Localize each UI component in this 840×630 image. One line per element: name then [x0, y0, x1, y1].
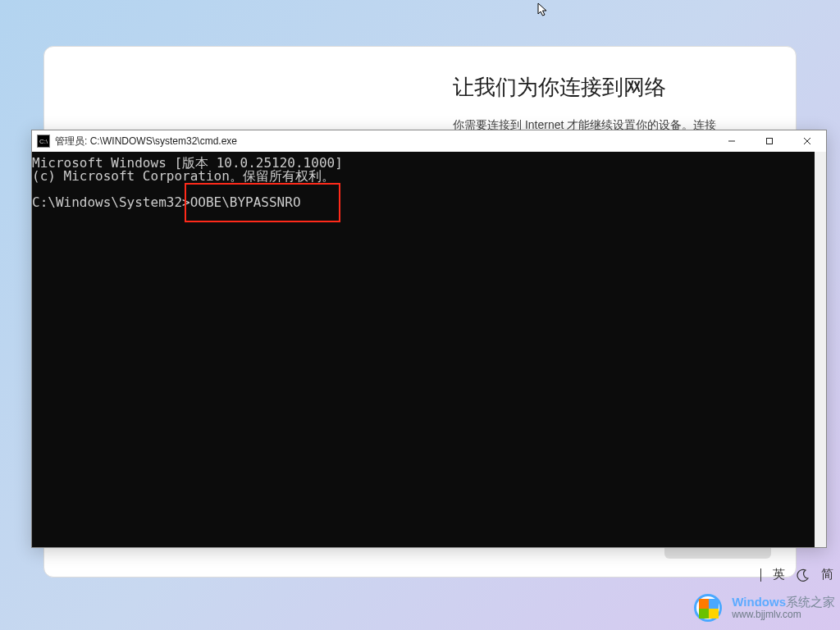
cmd-output-line: (c) Microsoft Corporation。保留所有权利。 — [32, 170, 343, 183]
watermark: Windows系统之家 www.bjjmlv.com — [691, 591, 835, 625]
ime-mode[interactable]: 简 — [821, 567, 833, 582]
ime-language[interactable]: 英 — [773, 567, 785, 582]
moon-icon[interactable] — [797, 568, 810, 582]
close-button[interactable] — [788, 130, 826, 152]
cmd-command-input[interactable]: OOBE\BYPASSNRO — [190, 194, 301, 210]
cmd-titlebar[interactable]: C:\ 管理员: C:\WINDOWS\system32\cmd.exe — [32, 130, 826, 152]
cmd-window-title: 管理员: C:\WINDOWS\system32\cmd.exe — [55, 135, 713, 148]
watermark-text: Windows系统之家 www.bjjmlv.com — [732, 596, 835, 620]
cmd-prompt-line: C:\Windows\System32>OOBE\BYPASSNRO — [32, 196, 343, 209]
watermark-url: www.bjjmlv.com — [732, 609, 835, 620]
cursor-icon — [537, 2, 549, 17]
watermark-brand-cn: 系统之家 — [786, 595, 835, 609]
window-controls — [713, 130, 826, 152]
svg-rect-1 — [767, 139, 773, 144]
oobe-text-column: 让我们为你连接到网络 你需要连接到 Internet 才能继续设置你的设备。连接 — [453, 74, 765, 134]
ime-indicator[interactable]: 英 简 — [760, 567, 833, 582]
cmd-window: C:\ 管理员: C:\WINDOWS\system32\cmd.exe Mic… — [31, 130, 827, 548]
watermark-logo-icon — [691, 591, 725, 625]
scrollbar[interactable] — [815, 152, 826, 547]
cmd-icon: C:\ — [37, 135, 50, 148]
cmd-prompt: C:\Windows\System32> — [32, 194, 190, 210]
maximize-button[interactable] — [751, 130, 788, 152]
oobe-title: 让我们为你连接到网络 — [453, 74, 765, 102]
cmd-body[interactable]: Microsoft Windows [版本 10.0.25120.1000] (… — [32, 152, 826, 547]
ime-separator — [760, 568, 761, 582]
watermark-brand-en: Windows — [732, 595, 786, 609]
minimize-button[interactable] — [713, 130, 751, 152]
